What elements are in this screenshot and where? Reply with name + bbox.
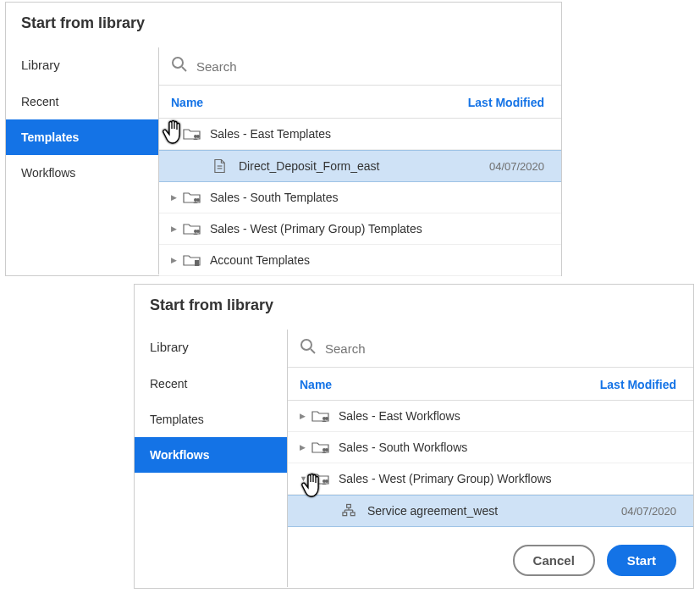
chevron-down-icon[interactable]: ▼ [171, 130, 179, 138]
search-icon [300, 338, 317, 358]
chevron-right-icon[interactable]: ▶ [171, 193, 179, 202]
row-label: Account Templates [210, 253, 544, 267]
folder-row[interactable]: ▶Sales - East Workflows [288, 401, 693, 432]
cancel-button[interactable]: Cancel [513, 545, 595, 576]
folder-icon [183, 126, 201, 141]
row-label: Service agreement_west [367, 504, 621, 518]
rows-a: ▼Sales - East TemplatesDirect_Deposit_Fo… [159, 119, 561, 276]
folder-row[interactable]: ▶Account Templates [159, 245, 561, 276]
list-item[interactable]: Direct_Deposit_Form_east04/07/2020 [159, 150, 561, 182]
row-label: Sales - East Templates [210, 127, 544, 141]
sidebar-items-a: RecentTemplatesWorkflows [6, 84, 158, 191]
row-label: Direct_Deposit_Form_east [239, 159, 489, 173]
row-label: Sales - South Workflows [339, 441, 676, 454]
sidebar: Library RecentTemplatesWorkflows [6, 47, 158, 274]
folder-row[interactable]: ▶Sales - West (Primary Group) Templates [159, 213, 561, 245]
folder-row[interactable]: ▼Sales - East Templates [159, 119, 561, 150]
sidebar-item-templates[interactable]: Templates [135, 402, 287, 437]
row-label: Sales - South Templates [210, 191, 544, 204]
library-dialog-templates: Start from library Library RecentTemplat… [5, 2, 562, 276]
list-item[interactable]: Service agreement_west04/07/2020 [288, 495, 693, 527]
chevron-right-icon[interactable]: ▶ [171, 256, 179, 264]
folder-row[interactable]: ▶Sales - South Templates [159, 182, 561, 213]
sidebar-item-recent[interactable]: Recent [135, 366, 287, 402]
sidebar-heading: Library [6, 51, 158, 84]
col-name[interactable]: Name [171, 96, 203, 109]
folder-row[interactable]: ▼Sales - West (Primary Group) Workflows [288, 463, 693, 495]
folder-icon [183, 252, 201, 268]
sidebar: Library RecentTemplatesWorkflows [135, 330, 287, 587]
library-dialog-workflows: Start from library Library RecentTemplat… [134, 284, 694, 589]
col-name[interactable]: Name [300, 378, 332, 391]
folder-icon [183, 221, 201, 236]
row-date: 04/07/2020 [621, 505, 676, 518]
search-bar[interactable] [288, 330, 693, 368]
dialog-footer: Cancel Start [513, 545, 676, 576]
content-panel: Name Last Modified ▼Sales - East Templat… [158, 47, 561, 274]
workflow-icon [342, 503, 357, 518]
row-date: 04/07/2020 [489, 160, 544, 173]
chevron-down-icon[interactable]: ▼ [300, 474, 308, 483]
chevron-right-icon[interactable]: ▶ [171, 224, 179, 233]
sidebar-item-recent[interactable]: Recent [6, 84, 158, 119]
col-modified[interactable]: Last Modified [600, 378, 676, 391]
search-input[interactable] [196, 59, 549, 74]
sidebar-heading: Library [135, 333, 287, 366]
sidebar-item-templates[interactable]: Templates [6, 119, 158, 155]
column-headers: Name Last Modified [288, 368, 693, 401]
search-input[interactable] [325, 341, 681, 356]
sidebar-item-workflows[interactable]: Workflows [6, 155, 158, 191]
dialog-title: Start from library [135, 285, 693, 330]
document-icon [213, 158, 229, 174]
row-label: Sales - East Workflows [339, 409, 676, 423]
dialog-title: Start from library [6, 3, 561, 47]
folder-icon [311, 408, 330, 424]
folder-icon [183, 190, 201, 205]
start-button[interactable]: Start [607, 545, 676, 576]
column-headers: Name Last Modified [159, 86, 561, 119]
search-bar[interactable] [159, 47, 561, 86]
sidebar-items-b: RecentTemplatesWorkflows [135, 366, 287, 473]
folder-icon [311, 471, 330, 486]
row-label: Sales - West (Primary Group) Templates [210, 222, 544, 236]
search-icon [171, 56, 188, 76]
folder-icon [311, 440, 330, 455]
chevron-right-icon[interactable]: ▶ [300, 412, 308, 420]
col-modified[interactable]: Last Modified [468, 96, 544, 109]
row-label: Sales - West (Primary Group) Workflows [339, 472, 676, 485]
chevron-right-icon[interactable]: ▶ [300, 443, 308, 452]
rows-b: ▶Sales - East Workflows▶Sales - South Wo… [288, 401, 693, 527]
sidebar-item-workflows[interactable]: Workflows [135, 437, 287, 473]
folder-row[interactable]: ▶Sales - South Workflows [288, 432, 693, 463]
